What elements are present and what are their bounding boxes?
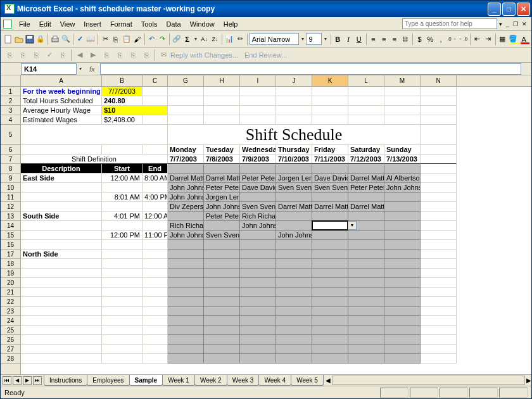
name-box-dropdown[interactable]: ▾ (77, 66, 84, 72)
row-header-3[interactable]: 3 (1, 106, 20, 115)
italic-button[interactable]: I (343, 33, 353, 46)
fx-icon[interactable]: fx (89, 65, 95, 73)
bold-button[interactable]: B (332, 33, 343, 46)
empty-cell[interactable] (204, 316, 240, 326)
empty-cell[interactable] (312, 288, 348, 297)
empty-cell[interactable] (168, 335, 204, 345)
section-label[interactable] (21, 240, 102, 250)
employee-cell[interactable]: Darrel Mattson (168, 174, 204, 183)
empty-cell[interactable] (312, 316, 348, 326)
cell[interactable] (142, 297, 168, 307)
empty-cell[interactable] (312, 278, 348, 288)
row-header-18[interactable]: 18 (1, 259, 20, 269)
empty-cell[interactable] (348, 250, 384, 259)
employee-cell[interactable] (348, 231, 384, 240)
permission-button[interactable]: 🔒 (35, 33, 46, 46)
font-color-button[interactable]: A (519, 33, 529, 46)
row-header-20[interactable]: 20 (1, 278, 20, 288)
empty-cell[interactable] (204, 307, 240, 316)
section-label[interactable] (21, 202, 102, 212)
employee-cell[interactable]: Al Albertson (384, 174, 421, 183)
cell[interactable] (421, 259, 457, 269)
column-header-C[interactable]: C (142, 75, 168, 86)
empty-cell[interactable] (348, 240, 384, 250)
employee-cell[interactable]: Rich Richardson (168, 221, 204, 231)
cell[interactable] (384, 115, 421, 125)
empty-cell[interactable] (168, 240, 204, 250)
empty-cell[interactable] (168, 297, 204, 307)
empty-cell[interactable] (348, 345, 384, 354)
shift-start[interactable]: 12:00 AM (102, 174, 142, 183)
menu-window[interactable]: Window (186, 19, 219, 29)
day-date[interactable]: 7/12/2003 (348, 155, 384, 164)
cell[interactable] (102, 335, 142, 345)
grid-body[interactable]: For the week beginning:7/7/2003Total Hou… (21, 87, 531, 364)
cell[interactable] (204, 115, 240, 125)
empty-cell[interactable] (168, 354, 204, 364)
cell[interactable] (421, 240, 457, 250)
empty-cell[interactable] (348, 297, 384, 307)
row-header-25[interactable]: 25 (1, 326, 20, 335)
sheet-tab-week-5[interactable]: Week 5 (291, 375, 324, 386)
cell[interactable] (348, 87, 384, 96)
cell[interactable] (168, 96, 204, 106)
currency-button[interactable]: $ (415, 33, 425, 46)
sheet-tab-week-2[interactable]: Week 2 (194, 375, 227, 386)
formula-bar[interactable] (100, 63, 521, 75)
empty-cell[interactable] (384, 259, 421, 269)
cell[interactable] (21, 145, 102, 155)
empty-cell[interactable] (204, 335, 240, 345)
sort-desc-button[interactable]: Z↓ (210, 33, 220, 46)
empty-cell[interactable] (204, 345, 240, 354)
cell[interactable] (276, 96, 312, 106)
review-btn-10[interactable]: ⎘ (127, 49, 139, 61)
spelling-button[interactable]: ✓ (75, 33, 86, 46)
maximize-button[interactable]: □ (502, 3, 516, 16)
empty-cell[interactable] (204, 259, 240, 269)
row-header-12[interactable]: 12 (1, 202, 20, 212)
cell[interactable] (142, 316, 168, 326)
hdr-end[interactable]: End (142, 164, 168, 174)
week-value[interactable]: 7/7/2003 (102, 87, 142, 96)
cell[interactable] (204, 87, 240, 96)
row-header-14[interactable]: 14 (1, 221, 20, 231)
cell[interactable] (142, 288, 168, 297)
row-header-4[interactable]: 4 (1, 115, 20, 125)
employee-cell[interactable]: John Johnson (168, 231, 204, 240)
cell[interactable] (421, 307, 457, 316)
cell[interactable] (142, 96, 168, 106)
format-painter-button[interactable]: 🖌 (132, 33, 142, 46)
shift-end[interactable] (142, 221, 168, 231)
empty-cell[interactable] (204, 250, 240, 259)
cell[interactable] (240, 106, 276, 115)
employee-cell[interactable] (240, 231, 276, 240)
empty-cell[interactable] (168, 288, 204, 297)
label-est[interactable]: Estimated Wages (21, 115, 102, 125)
cut-button[interactable]: ✂ (100, 33, 110, 46)
sheet-tab-employees[interactable]: Employees (87, 375, 129, 386)
section-label[interactable] (21, 316, 102, 326)
column-header-N[interactable]: N (421, 75, 457, 86)
employee-cell[interactable] (204, 221, 240, 231)
empty-cell[interactable] (348, 259, 384, 269)
chart-button[interactable]: 📊 (224, 33, 234, 46)
review-btn-9[interactable]: ⎘ (113, 49, 126, 61)
empty-cell[interactable] (168, 278, 204, 288)
review-btn-4[interactable]: ✓ (43, 49, 56, 61)
menu-view[interactable]: View (56, 19, 80, 29)
cell[interactable] (421, 106, 457, 115)
column-header-G[interactable]: G (168, 75, 204, 86)
row-header-6[interactable]: 6 (1, 145, 20, 155)
employee-cell[interactable]: Peter Peterson (204, 183, 240, 193)
empty-cell[interactable] (348, 316, 384, 326)
cell[interactable] (312, 115, 348, 125)
cell[interactable] (421, 269, 457, 278)
row-header-10[interactable]: 10 (1, 183, 20, 193)
empty-cell[interactable] (204, 269, 240, 278)
column-header-K[interactable]: K (312, 75, 348, 86)
empty-cell[interactable] (240, 250, 276, 259)
font-size-dropdown[interactable]: ▾ (322, 36, 328, 42)
cell[interactable] (102, 259, 142, 269)
sheet-tab-week-3[interactable]: Week 3 (227, 375, 260, 386)
employee-cell[interactable] (348, 212, 384, 221)
